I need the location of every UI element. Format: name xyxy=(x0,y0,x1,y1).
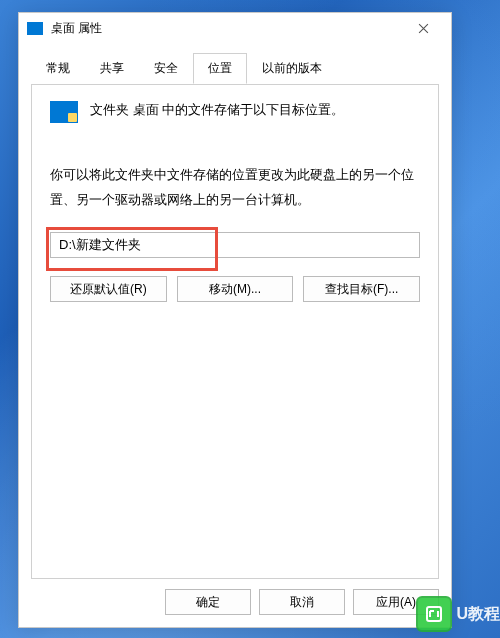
tab-strip: 常规 共享 安全 位置 以前的版本 xyxy=(19,43,451,85)
folder-icon xyxy=(50,101,78,123)
location-buttons-row: 还原默认值(R) 移动(M)... 查找目标(F)... xyxy=(50,276,420,302)
path-row xyxy=(50,232,420,258)
desktop-folder-icon xyxy=(27,22,43,35)
location-panel: 文件夹 桌面 中的文件存储于以下目标位置。 你可以将此文件夹中文件存储的位置更改… xyxy=(31,84,439,579)
storage-description: 文件夹 桌面 中的文件存储于以下目标位置。 xyxy=(90,99,344,121)
ok-button[interactable]: 确定 xyxy=(165,589,251,615)
titlebar: 桌面 属性 xyxy=(19,13,451,43)
move-button[interactable]: 移动(M)... xyxy=(177,276,294,302)
path-input[interactable] xyxy=(50,232,420,258)
storage-description-row: 文件夹 桌面 中的文件存储于以下目标位置。 xyxy=(50,99,420,123)
tab-general[interactable]: 常规 xyxy=(31,53,85,84)
properties-dialog: 桌面 属性 常规 共享 安全 位置 以前的版本 文件夹 桌面 中的文件存储于以下… xyxy=(18,12,452,628)
close-button[interactable] xyxy=(401,14,445,42)
watermark-text: U教程 xyxy=(456,604,500,625)
tab-location[interactable]: 位置 xyxy=(193,53,247,84)
watermark-icon xyxy=(416,596,452,632)
dialog-footer: 确定 取消 应用(A) xyxy=(19,579,451,627)
tab-security[interactable]: 安全 xyxy=(139,53,193,84)
restore-defaults-button[interactable]: 还原默认值(R) xyxy=(50,276,167,302)
tab-sharing[interactable]: 共享 xyxy=(85,53,139,84)
close-icon xyxy=(418,23,429,34)
change-info-text: 你可以将此文件夹中文件存储的位置更改为此硬盘上的另一个位置、另一个驱动器或网络上… xyxy=(50,163,420,212)
dialog-title: 桌面 属性 xyxy=(51,20,401,37)
find-target-button[interactable]: 查找目标(F)... xyxy=(303,276,420,302)
watermark: U教程 xyxy=(416,596,500,632)
cancel-button[interactable]: 取消 xyxy=(259,589,345,615)
tab-previous-versions[interactable]: 以前的版本 xyxy=(247,53,337,84)
